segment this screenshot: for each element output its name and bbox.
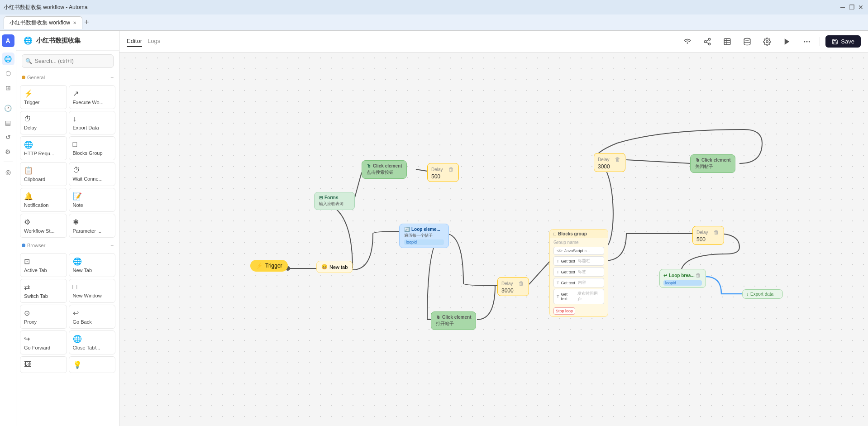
block-image[interactable]: 🖼	[20, 356, 67, 373]
delay-2-delete-button[interactable]: 🗑	[518, 279, 525, 287]
close-button[interactable]: ✕	[857, 4, 864, 11]
delay-4-delete-button[interactable]: 🗑	[713, 228, 720, 236]
tab-logs[interactable]: Logs	[148, 36, 160, 47]
block-close-tab[interactable]: 🌐 Close Tab/...	[69, 330, 116, 354]
canvas-area[interactable]: ⚡ Trigger 😀 New tab ⊞ Forms 输入应收表	[119, 53, 868, 426]
icon-sidebar: A 🌐 ⬡ ⊞ 🕐 ▤ ↺ ⚙ ◎	[0, 31, 16, 426]
blocks-group-node-icon: □	[553, 231, 556, 236]
node-click-element-2[interactable]: 🖱 Click element 打开帖子	[431, 311, 476, 330]
click-element-1-icon: 🖱	[367, 163, 371, 168]
clipboard-icon: 📋	[24, 166, 33, 175]
node-trigger[interactable]: ⚡ Trigger	[250, 260, 288, 272]
bg-sub-item-gettext-1[interactable]: T Get text 标题栏	[553, 256, 604, 266]
block-go-forward[interactable]: ↪ Go Forward	[20, 330, 67, 354]
browser-collapse-icon[interactable]: −	[110, 242, 114, 249]
sidebar-item-clock[interactable]: 🕐	[2, 102, 14, 115]
toolbar-run-button[interactable]	[780, 34, 794, 49]
workflow-title: 小红书数据收集	[36, 37, 81, 45]
sidebar-item-settings[interactable]: ⚙	[2, 145, 14, 158]
svg-point-11	[766, 40, 768, 43]
block-active-tab-label: Active Tab	[24, 268, 47, 273]
bg-sub-item-js[interactable]: </> JavaScript c...	[553, 247, 604, 255]
new-tab-button[interactable]: +	[84, 18, 89, 27]
general-collapse-icon[interactable]: −	[110, 74, 114, 81]
node-delay-1[interactable]: Delay 🗑 500	[427, 163, 459, 182]
block-execute-workflow[interactable]: ↗ Execute Wo...	[69, 85, 116, 109]
click-element-3-label: Click element	[701, 158, 730, 163]
bg-sub-item-gettext-2[interactable]: T Get text 标签	[553, 267, 604, 277]
workflow-tab[interactable]: 小红书数据收集 workflow ✕	[4, 16, 82, 29]
bg-sub-item-js-label: JavaScript c...	[564, 249, 590, 253]
save-button[interactable]: Save	[825, 35, 861, 48]
blocks-group-icon: □	[73, 140, 77, 148]
node-export-data[interactable]: ↓ Export data	[742, 289, 783, 299]
gettext-2-sublabel: 标签	[578, 269, 586, 275]
block-parameter[interactable]: ✱ Parameter ...	[69, 214, 116, 238]
block-workflow-st[interactable]: ⚙ Workflow St...	[20, 214, 67, 238]
sidebar-item-history[interactable]: ↺	[2, 131, 14, 144]
minimize-button[interactable]: ─	[839, 4, 846, 11]
bg-sub-item-gettext-4[interactable]: T Get text 发布时间用户	[553, 289, 604, 304]
block-switch-tab[interactable]: ⇄ Switch Tab	[20, 279, 67, 303]
block-go-back[interactable]: ↩ Go Back	[69, 305, 116, 329]
delay-3-delete-button[interactable]: 🗑	[614, 155, 621, 163]
toolbar-table-button[interactable]	[720, 34, 734, 49]
toolbar-settings-button[interactable]	[760, 34, 774, 49]
http-request-icon: 🌐	[24, 140, 33, 149]
node-click-element-1[interactable]: 🖱 Click element 点击搜索按钮	[362, 160, 407, 179]
block-bulb[interactable]: 💡	[69, 356, 116, 373]
block-http-request[interactable]: 🌐 HTTP Requ...	[20, 136, 67, 160]
block-clipboard[interactable]: 📋 Clipboard	[20, 162, 67, 186]
bg-sub-item-gettext-3[interactable]: T Get text 内容	[553, 278, 604, 287]
tab-editor[interactable]: Editor	[127, 36, 142, 47]
sidebar-item-puzzle[interactable]: ⬡	[2, 67, 14, 80]
toolbar-separator	[820, 37, 820, 46]
block-new-window[interactable]: □ New Window	[69, 279, 116, 303]
node-loop-element[interactable]: 🔄 Loop eleme... 遍历每一个帖子 loopid	[399, 224, 449, 248]
sidebar-item-location[interactable]: ◎	[2, 166, 14, 178]
search-input[interactable]	[22, 54, 114, 68]
svg-line-5	[706, 39, 709, 41]
stop-loop-button[interactable]: Stop loop	[553, 307, 575, 315]
maximize-button[interactable]: ❐	[848, 4, 855, 11]
general-section-header: General −	[16, 72, 119, 83]
block-note[interactable]: 📝 Note	[69, 188, 116, 212]
sidebar-item-layers[interactable]: ▤	[2, 116, 14, 129]
node-loop-break[interactable]: ↩ Loop brea... 🗑 loopid	[659, 269, 706, 288]
node-click-element-3[interactable]: 🖱 Click element 关闭帖子	[690, 154, 735, 173]
block-execute-workflow-label: Execute Wo...	[73, 100, 104, 105]
block-active-tab[interactable]: ⊡ Active Tab	[20, 253, 67, 277]
proxy-icon: ⊙	[24, 309, 30, 317]
block-trigger[interactable]: ⚡ Trigger	[20, 85, 67, 109]
block-blocks-group[interactable]: □ Blocks Group	[69, 136, 116, 160]
block-proxy[interactable]: ⊙ Proxy	[20, 305, 67, 329]
node-delay-4[interactable]: Delay 🗑 500	[692, 226, 724, 245]
sidebar-item-box[interactable]: ⊞	[2, 81, 14, 94]
block-blocks-group-label: Blocks Group	[73, 150, 103, 156]
browser-blocks-grid: ⊡ Active Tab 🌐 New Tab ⇄ Switch Tab □ Ne…	[16, 251, 119, 375]
block-notification[interactable]: 🔔 Notification	[20, 188, 67, 212]
delay-1-delete-button[interactable]: 🗑	[448, 165, 455, 173]
trigger-bolt-icon: ⚡	[256, 263, 262, 269]
toolbar-database-button[interactable]	[740, 34, 754, 49]
node-delay-2[interactable]: Delay 🗑 3000	[497, 277, 529, 296]
sidebar-item-globe[interactable]: 🌐	[2, 53, 14, 65]
block-wait-connections[interactable]: ⏱ Wait Conne...	[69, 162, 116, 186]
node-blocks-group[interactable]: □ Blocks group Group name </> JavaScript…	[549, 229, 608, 317]
toolbar-more-button[interactable]	[800, 34, 814, 49]
svg-line-18	[416, 169, 427, 171]
toolbar-signal-button[interactable]	[680, 34, 695, 49]
node-new-tab[interactable]: 😀 New tab	[316, 261, 353, 273]
delay-2-value: 3000	[501, 287, 525, 294]
block-new-tab[interactable]: 🌐 New Tab	[69, 253, 116, 277]
block-delay[interactable]: ⏱ Delay	[20, 111, 67, 134]
click-element-2-label: Click element	[442, 315, 471, 320]
node-forms[interactable]: ⊞ Forms 输入应收表词	[314, 192, 355, 210]
block-export-data[interactable]: ↓ Export Data	[69, 111, 116, 134]
svg-point-13	[804, 41, 806, 42]
delay-2-label: Delay	[501, 281, 513, 286]
loop-break-delete-button[interactable]: 🗑	[695, 271, 702, 279]
tab-close-icon[interactable]: ✕	[73, 20, 76, 25]
node-delay-3[interactable]: Delay 🗑 3000	[594, 153, 625, 172]
toolbar-share-button[interactable]	[700, 34, 715, 49]
